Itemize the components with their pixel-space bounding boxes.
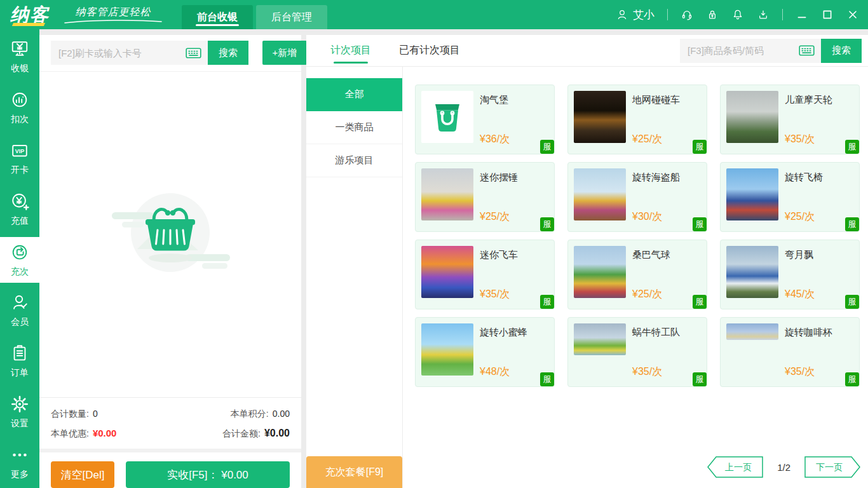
sidebar-item-member[interactable]: 会员 [0, 288, 39, 334]
card-search-button[interactable]: 搜索 [208, 41, 248, 65]
product-card[interactable]: 蜗牛特工队¥35/次服 [567, 317, 707, 387]
sidebar-item-refill[interactable]: 充次 [0, 237, 39, 283]
product-card-body: 迷你摆锤¥25/次 [480, 168, 548, 226]
product-card-body: 儿童摩天轮¥35/次 [785, 91, 853, 148]
category-item-rides[interactable]: 游乐项目 [306, 144, 402, 177]
cashier-monitor-icon [10, 39, 29, 60]
product-grid: 淘气堡¥36/次服地网碰碰车¥25/次服儿童摩天轮¥35/次服迷你摆锤¥25/次… [403, 67, 868, 387]
service-badge: 服 [540, 217, 554, 231]
next-page-button[interactable]: 下一页 [804, 456, 860, 478]
clear-order-button[interactable]: 清空[Del] [51, 461, 114, 488]
notification-bell-icon[interactable] [731, 8, 744, 21]
product-card-body: 桑巴气球¥25/次 [632, 246, 701, 303]
sidebar-item-orders[interactable]: 订单 [0, 339, 39, 384]
product-price: ¥30/次 [632, 210, 662, 224]
product-price: ¥35/次 [785, 365, 815, 379]
close-window-button[interactable] [846, 8, 859, 21]
product-card[interactable]: 迷你飞车¥35/次服 [415, 240, 555, 309]
product-name: 旋转飞椅 [785, 172, 853, 184]
category-column: 全部一类商品游乐项目 充次套餐[F9] [306, 67, 403, 488]
sidebar-item-cashier[interactable]: 收银 [0, 34, 39, 80]
sidebar-item-deduct[interactable]: 扣次 [0, 85, 39, 131]
deduct-times-icon [10, 90, 29, 111]
category-item-class-1[interactable]: 一类商品 [306, 111, 402, 144]
product-search-button[interactable]: 搜索 [821, 39, 862, 63]
product-card[interactable]: 地网碰碰车¥25/次服 [567, 85, 707, 154]
vip-card-icon: VIP [10, 141, 29, 162]
checkout-button[interactable]: 实收[F5]： ¥0.00 [126, 461, 290, 488]
sidebar-item-open-card[interactable]: VIP开卡 [0, 136, 39, 182]
product-name: 淘气堡 [480, 94, 548, 106]
product-card[interactable]: 旋转飞椅¥25/次服 [720, 162, 860, 232]
product-column: 淘气堡¥36/次服地网碰碰车¥25/次服儿童摩天轮¥35/次服迷你摆锤¥25/次… [403, 67, 868, 488]
cart-panel: 搜索 +新增 [39, 35, 301, 488]
sidebar-item-settings[interactable]: 设置 [0, 389, 39, 435]
lock-screen-icon[interactable] [706, 8, 719, 21]
product-card[interactable]: 弯月飘¥45/次服 [720, 240, 860, 309]
product-card-body: 旋转飞椅¥25/次 [785, 168, 853, 226]
product-card[interactable]: 桑巴气球¥25/次服 [567, 240, 707, 309]
refill-times-icon [10, 243, 29, 264]
product-card[interactable]: 淘气堡¥36/次服 [415, 85, 555, 154]
current-user[interactable]: 艾小 [616, 8, 654, 22]
product-price: ¥25/次 [480, 210, 510, 224]
catalog-tab-owned-times-items[interactable]: 已有计次项目 [399, 35, 460, 66]
product-name: 旋转海盗船 [632, 172, 701, 184]
product-name: 弯月飘 [785, 249, 853, 261]
mini-pendulum-photo [421, 168, 473, 220]
product-price: ¥36/次 [480, 133, 510, 146]
page-indicator: 1/2 [777, 462, 790, 473]
keyboard-icon[interactable] [185, 46, 202, 60]
prev-page-button[interactable]: 上一页 [707, 456, 763, 478]
sidebar-item-label: 充次 [11, 266, 29, 278]
card-search-input-wrap [51, 41, 208, 65]
service-badge: 服 [540, 140, 554, 154]
product-price: ¥25/次 [632, 288, 662, 301]
sidebar-item-more[interactable]: 更多 [0, 440, 39, 485]
empty-cart-area [39, 72, 301, 397]
pagination: 上一页 1/2 下一页 [403, 456, 868, 488]
refill-package-button[interactable]: 充次套餐[F9] [306, 456, 402, 488]
order-points: 本单积分:0.00 [231, 409, 290, 420]
service-badge: 服 [845, 372, 859, 386]
service-badge: 服 [845, 217, 859, 231]
svg-text:上一页: 上一页 [725, 462, 752, 472]
product-search-input-wrap [680, 39, 821, 63]
category-item-all[interactable]: 全部 [306, 78, 402, 111]
product-card[interactable]: 旋转海盗船¥30/次服 [567, 162, 707, 232]
catalog-tabs: 计次项目已有计次项目 [330, 35, 488, 66]
product-card[interactable]: 旋转咖啡杯¥35/次服 [720, 317, 860, 387]
member-person-icon [10, 293, 29, 314]
user-name: 艾小 [633, 8, 654, 22]
product-card-body: 旋转海盗船¥30/次 [632, 168, 701, 226]
add-member-button[interactable]: +新增 [262, 41, 307, 65]
catalog-tab-row: 计次项目已有计次项目 搜索 [306, 35, 868, 67]
card-number-input[interactable] [58, 48, 185, 58]
product-card[interactable]: 儿童摩天轮¥35/次服 [720, 85, 860, 154]
product-name: 桑巴气球 [632, 249, 701, 261]
service-badge: 服 [693, 372, 707, 386]
swing-chairs-photo [726, 168, 778, 220]
download-icon[interactable] [757, 8, 770, 21]
sidebar-item-recharge[interactable]: 充值 [0, 186, 39, 232]
recharge-yen-icon [10, 192, 29, 213]
maximize-window-button[interactable] [821, 8, 834, 21]
keyboard-icon[interactable] [798, 44, 815, 57]
product-card-body: 蜗牛特工队¥35/次 [632, 323, 701, 381]
nav-tab-front-cashier[interactable]: 前台收银 [182, 5, 253, 29]
catalog-tab-times-items[interactable]: 计次项目 [330, 35, 371, 66]
service-badge: 服 [540, 372, 554, 386]
category-list: 全部一类商品游乐项目 [306, 78, 402, 177]
headset-support-icon[interactable] [681, 8, 693, 21]
minimize-window-button[interactable] [796, 8, 808, 21]
green-bag-placeholder-image [421, 91, 473, 143]
product-card-body: 迷你飞车¥35/次 [480, 246, 548, 303]
nav-tab-back-admin[interactable]: 后台管理 [256, 5, 327, 29]
product-price: ¥35/次 [785, 133, 815, 146]
product-card[interactable]: 迷你摆锤¥25/次服 [415, 162, 555, 232]
product-barcode-input[interactable] [688, 45, 798, 56]
tagline-underline-swoosh [62, 19, 164, 24]
product-card[interactable]: 旋转小蜜蜂¥48/次服 [415, 317, 555, 387]
main-nav: 前台收银后台管理 [182, 5, 330, 29]
product-card-body: 旋转小蜜蜂¥48/次 [480, 323, 548, 381]
